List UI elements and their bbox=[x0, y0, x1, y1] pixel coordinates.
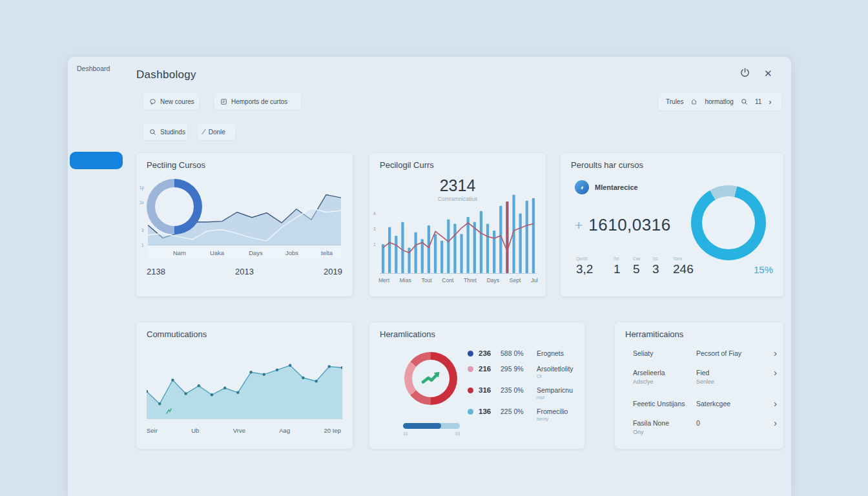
x-label: Ub bbox=[191, 427, 199, 434]
chevron-right-icon[interactable]: › bbox=[768, 369, 777, 377]
list-item[interactable]: Feeetic Unstijans Saterkcgee › bbox=[633, 400, 777, 409]
home-icon[interactable] bbox=[690, 98, 698, 105]
stat: Tst1 bbox=[614, 256, 621, 276]
communications-area-chart bbox=[147, 351, 342, 419]
legend-item: 236 588 0% Erognets bbox=[468, 349, 579, 358]
chat-bubble-icon bbox=[149, 98, 156, 105]
legend-dot bbox=[468, 409, 473, 415]
toolbar-chevron-right-icon[interactable]: › bbox=[769, 97, 771, 107]
close-icon[interactable]: ✕ bbox=[764, 68, 772, 79]
course-reports-button[interactable]: Hemports de curtos bbox=[214, 93, 301, 110]
x-label: Seir bbox=[147, 427, 158, 434]
x-label: Nam bbox=[173, 249, 186, 256]
progress-bar bbox=[403, 423, 460, 429]
card-title: Pecilogil Currs bbox=[380, 160, 434, 170]
document-icon bbox=[220, 98, 227, 105]
progress-labels: 10 03 bbox=[403, 431, 460, 436]
x-label: Cont bbox=[442, 277, 453, 284]
course-reports-label: Hemports de curtos bbox=[231, 98, 287, 105]
legend-dot bbox=[468, 388, 473, 393]
card-title: Peroults har cursos bbox=[571, 160, 643, 170]
x-label: Aag bbox=[279, 427, 290, 434]
stat: Cav5 bbox=[633, 256, 641, 276]
stat: Qa/003,2 bbox=[576, 256, 593, 276]
card-tools-list: Herramiticaions Seliaty Pecsort of Fiay … bbox=[615, 322, 783, 449]
y-tick: 1v bbox=[140, 200, 144, 205]
page-title: Dashbology bbox=[136, 68, 196, 81]
list-item[interactable]: ArselieerlaAdsclye FiedSenlee › bbox=[633, 369, 777, 385]
x-axis-labels: Mert Mias Tout Cont Thret Days Sept Jul bbox=[378, 277, 538, 284]
legend: 236 588 0% Erognets 216 295 9% Arsoitetl… bbox=[468, 349, 579, 422]
communications-bar-chart bbox=[380, 188, 537, 274]
y-tick: 1p bbox=[140, 185, 144, 190]
toolbar-count: 11 bbox=[755, 98, 761, 105]
power-icon[interactable] bbox=[739, 67, 750, 78]
footer-values: 2138 2013 2019 bbox=[147, 267, 342, 276]
sidebar-primary-button[interactable] bbox=[70, 152, 123, 169]
card-communications-trend: Commutications Seir Ub Vrve Aag 20 Iep bbox=[136, 322, 353, 449]
card-pending-courses: Pectiing Cursos 1p 1v 3 1 Nam Uaka Days … bbox=[136, 153, 353, 296]
x-label: Days bbox=[249, 249, 263, 256]
big-metric-value: 1610,0316 bbox=[588, 215, 670, 235]
metric-row: Mlentarecice bbox=[575, 180, 638, 194]
card-communications-total: Pecilogil Currs 4 3 1 2314 Comramnicatiu… bbox=[369, 153, 546, 296]
students-button[interactable]: Studinds bbox=[143, 123, 187, 140]
x-label: Mias bbox=[400, 277, 411, 284]
main-panel: Deshboard Dashbology ✕ New coures Hempor… bbox=[68, 57, 791, 496]
big-metric: + 1610,0316 bbox=[575, 215, 671, 235]
x-axis-labels: Nam Uaka Days Jobs telta bbox=[148, 246, 341, 259]
trend-spark-icon bbox=[166, 408, 172, 415]
metric-badge-icon bbox=[575, 180, 589, 194]
footer-value: 2013 bbox=[235, 267, 254, 276]
x-label: Uaka bbox=[210, 249, 224, 256]
x-label: Thret bbox=[464, 277, 477, 284]
list-item[interactable]: Seliaty Pecsort of Fiay › bbox=[633, 349, 777, 359]
percent-value: 15% bbox=[754, 264, 773, 275]
new-courses-label: New coures bbox=[160, 98, 194, 105]
y-tick: 1 bbox=[141, 243, 144, 247]
x-label: Mert bbox=[378, 277, 389, 284]
stat: 1st3 bbox=[652, 256, 659, 276]
legend-dot bbox=[468, 366, 473, 372]
y-tick: 4 bbox=[373, 211, 376, 216]
y-tick: 1 bbox=[373, 242, 376, 247]
x-label: 20 Iep bbox=[324, 427, 341, 434]
x-label: Sept bbox=[510, 277, 521, 284]
plus-icon: + bbox=[575, 218, 583, 233]
new-courses-button[interactable]: New coures bbox=[143, 93, 199, 110]
toolbar-search-icon[interactable] bbox=[741, 98, 748, 105]
legend-item: 316 235 0% Semparicnumst bbox=[468, 386, 579, 400]
search-icon bbox=[149, 129, 156, 136]
done-label: Donle bbox=[209, 129, 225, 136]
x-label: Jobs bbox=[285, 249, 298, 256]
sidebar-label: Deshboard bbox=[77, 65, 110, 72]
x-label: Tout bbox=[421, 277, 431, 284]
x-label: telta bbox=[321, 249, 333, 256]
slash-icon: ⁄ bbox=[203, 129, 205, 136]
x-label: Vrve bbox=[233, 427, 245, 434]
chevron-right-icon[interactable]: › bbox=[768, 419, 777, 427]
courses-donut-chart bbox=[147, 179, 202, 234]
legend-item: 136 225 0% Fromeciliobeoty bbox=[468, 408, 579, 422]
done-button[interactable]: ⁄ Donle bbox=[198, 123, 235, 140]
tables-menu-item[interactable]: Trules bbox=[666, 98, 683, 105]
formatting-menu-item[interactable]: hormatlog bbox=[705, 98, 733, 105]
chevron-right-icon[interactable]: › bbox=[768, 400, 777, 408]
y-tick: 3 bbox=[373, 227, 376, 231]
results-donut-chart bbox=[691, 185, 766, 260]
card-title: Pectiing Cursos bbox=[147, 160, 205, 170]
stat: Toml246 bbox=[673, 256, 694, 276]
footer-value: 2019 bbox=[324, 267, 342, 276]
card-course-results: Peroults har cursos Mlentarecice + 1610,… bbox=[561, 153, 783, 296]
x-label: Jul bbox=[531, 277, 538, 284]
progress-start-label: 10 bbox=[403, 431, 408, 436]
card-breakdown: Heramlications 236 588 0% Erognets 216 2… bbox=[369, 322, 584, 449]
list-item[interactable]: Fasila NoneOny 0 › bbox=[633, 419, 777, 435]
progress-end-label: 03 bbox=[455, 431, 460, 436]
chevron-right-icon[interactable]: › bbox=[768, 349, 777, 357]
card-title: Commutications bbox=[147, 329, 207, 339]
x-label: Days bbox=[487, 277, 499, 284]
y-tick: 3 bbox=[141, 228, 144, 232]
legend-dot bbox=[468, 351, 473, 356]
card-title: Herramiticaions bbox=[625, 329, 683, 339]
